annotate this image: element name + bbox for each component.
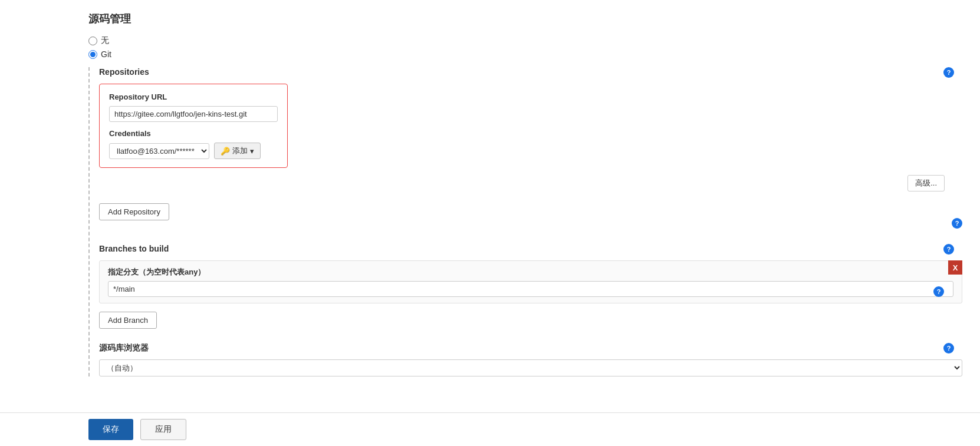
chevron-down-icon: ▾ <box>250 147 254 156</box>
remove-branch-button[interactable]: X <box>948 260 962 275</box>
credentials-label: Credentials <box>109 129 278 138</box>
bottom-bar: 保存 应用 <box>0 412 980 446</box>
repositories-help-icon[interactable]: ? <box>943 67 954 78</box>
repository-box: Repository URL Credentials llatfoo@163.c… <box>99 84 288 168</box>
repositories-header-row: Repositories ? <box>99 67 962 77</box>
branches-label: Branches to build <box>99 244 169 253</box>
scm-radio-group: 无 Git ? <box>88 35 962 59</box>
branches-help-icon[interactable]: ? <box>943 244 954 255</box>
add-repository-button[interactable]: Add Repository <box>99 203 169 220</box>
save-button[interactable]: 保存 <box>88 419 133 440</box>
source-browser-header-row: 源码库浏览器 ? <box>99 343 962 354</box>
radio-item-none: 无 <box>88 35 962 46</box>
page-title: 源码管理 <box>88 12 962 26</box>
radio-item-git: Git ? <box>88 49 962 59</box>
add-label: 添加 <box>232 146 248 156</box>
radio-none[interactable] <box>88 37 97 45</box>
radio-none-label[interactable]: 无 <box>101 35 109 46</box>
radio-git-label[interactable]: Git <box>101 49 111 59</box>
git-help-icon[interactable]: ? <box>952 218 962 229</box>
add-branch-row: Add Branch <box>99 309 962 341</box>
source-browser-label: 源码库浏览器 <box>99 343 149 352</box>
branch-help-icon[interactable]: ? <box>933 286 944 297</box>
source-browser-section: 源码库浏览器 ? （自动） <box>99 343 962 376</box>
credentials-add-button[interactable]: 🔑 添加 ▾ <box>214 143 261 159</box>
main-container: 源码管理 无 Git ? Repositories ? Repository U… <box>0 0 980 446</box>
radio-git[interactable] <box>88 50 97 59</box>
git-section: Repositories ? Repository URL Credential… <box>88 67 962 376</box>
source-browser-help-icon[interactable]: ? <box>943 343 954 354</box>
repo-url-label: Repository URL <box>109 92 278 101</box>
credentials-row: llatfoo@163.com/****** 🔑 添加 ▾ <box>109 143 278 159</box>
branches-section: Branches to build ? X 指定分支（为空时代表any） ? A… <box>99 244 962 341</box>
advanced-row: 高级... <box>99 175 962 196</box>
advanced-button[interactable]: 高级... <box>907 175 945 191</box>
add-branch-button[interactable]: Add Branch <box>99 312 157 329</box>
add-repository-row: Add Repository <box>99 201 962 232</box>
key-icon: 🔑 <box>221 147 230 156</box>
branch-specifier-label: 指定分支（为空时代表any） <box>108 267 953 277</box>
credentials-select[interactable]: llatfoo@163.com/****** <box>109 143 209 159</box>
branches-header-row: Branches to build ? <box>99 244 962 253</box>
branch-specifier-input[interactable] <box>108 281 953 297</box>
repositories-label: Repositories <box>99 67 149 77</box>
apply-button[interactable]: 应用 <box>140 419 186 440</box>
repo-url-input[interactable] <box>109 106 278 122</box>
branch-item: X 指定分支（为空时代表any） ? <box>99 260 962 303</box>
source-browser-select[interactable]: （自动） <box>99 359 962 376</box>
